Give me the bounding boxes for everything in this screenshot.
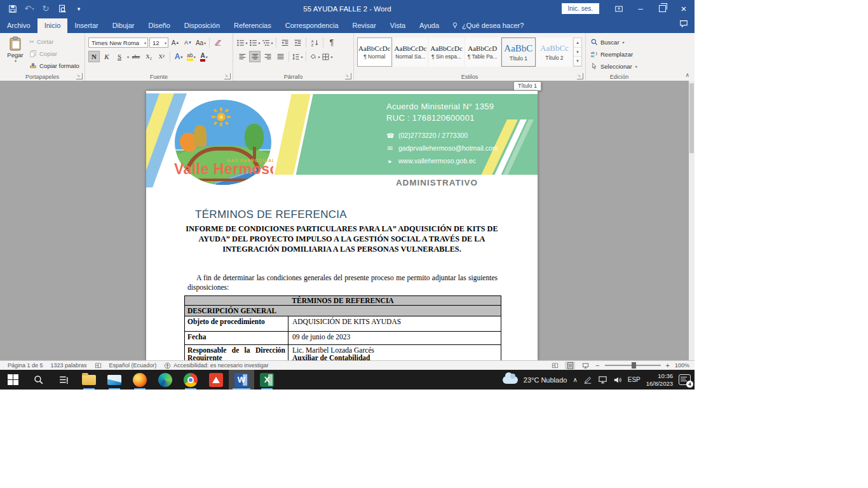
zoom-level[interactable]: 100% [675,362,689,369]
scrollbar-thumb[interactable] [689,83,694,153]
shrink-font-button[interactable]: A▼ [182,37,194,48]
document-page[interactable]: GAD PARROQUIAL Valle Hermoso Acuerdo Min… [146,91,538,360]
keyboard-language[interactable]: ESP [628,376,641,383]
tab-ayuda[interactable]: Ayuda [412,18,446,33]
restore-button[interactable] [651,0,673,17]
web-layout-button[interactable] [580,362,590,369]
highlight-button[interactable]: ab▾ [186,51,197,62]
tab-diseno[interactable]: Diseño [142,18,177,33]
increase-indent-button[interactable] [292,37,303,48]
font-name-combo[interactable]: Times New Roma ▾ [88,37,148,48]
bullets-button[interactable]: ▾ [236,37,248,48]
change-case-button[interactable]: Aa▾ [195,37,207,48]
acrobat-button[interactable] [203,370,229,390]
network-icon[interactable] [598,375,607,384]
zoom-handle[interactable] [632,362,636,369]
numbering-button[interactable]: ▾ [249,37,261,48]
clear-formatting-button[interactable] [212,37,224,48]
weather-text[interactable]: 23°C Nublado [524,376,567,384]
zoom-in-button[interactable]: + [666,362,670,369]
style-normal-sa[interactable]: AaBbCcDc Normal Sa... [393,37,428,67]
language-indicator[interactable]: Español (Ecuador) [109,362,157,369]
tab-disposicion[interactable]: Disposición [177,18,227,33]
gallery-down-icon[interactable]: ▼ [574,48,581,57]
italic-button[interactable]: K [101,51,112,62]
shading-button[interactable]: ▾ [309,51,320,62]
comments-icon[interactable] [679,19,688,30]
redo-icon[interactable]: ↻ [41,4,51,14]
find-button[interactable]: Buscar ▾ [590,36,648,48]
copy-button[interactable]: Copiar [29,48,79,59]
edge-button[interactable] [153,370,178,390]
pen-input-icon[interactable] [583,376,592,384]
align-left-button[interactable] [236,51,248,62]
tab-vista[interactable]: Vista [383,18,412,33]
task-view-button[interactable] [51,370,76,390]
accessibility-status[interactable]: Accesibilidad: es necesario investigar [164,362,269,369]
style-normal[interactable]: AaBbCcDc ¶ Normal [357,37,392,67]
excel-button[interactable]: X [254,370,280,390]
file-explorer-button[interactable] [76,370,102,390]
tab-insertar[interactable]: Insertar [67,18,105,33]
tab-referencias[interactable]: Referencias [227,18,278,33]
taskbar-search-button[interactable] [25,370,51,390]
read-mode-button[interactable] [550,362,560,369]
styles-gallery-scrollbar[interactable]: ▲ ▼ ▼ [573,37,582,67]
weather-cloud-icon[interactable] [503,376,518,384]
print-layout-button[interactable] [565,362,575,369]
firefox-button[interactable] [127,370,153,390]
speaker-icon[interactable] [613,376,622,384]
minimize-button[interactable]: – [630,0,651,17]
dialog-launcher-icon[interactable]: ↘ [76,73,83,79]
page-indicator[interactable]: Página 1 de 5 [8,362,43,369]
chrome-button[interactable] [178,370,203,390]
font-color-button[interactable]: A▾ [198,51,210,62]
grow-font-button[interactable]: A▲ [170,37,181,48]
gallery-more-icon[interactable]: ▼ [574,57,581,66]
gallery-up-icon[interactable]: ▲ [574,38,581,48]
paste-button[interactable]: Pegar ▾ [4,36,27,69]
zoom-slider[interactable] [605,365,661,366]
save-icon[interactable] [8,4,18,14]
format-painter-button[interactable]: Copiar formato [29,60,79,71]
multilevel-list-button[interactable]: ▾ [262,37,273,48]
strikethrough-button[interactable]: abc [130,51,142,62]
tab-correspondencia[interactable]: Correspondencia [278,18,346,33]
start-button[interactable] [0,370,25,390]
customize-qat-icon[interactable]: ▾ [74,4,84,14]
subscript-button[interactable]: X₂ [143,51,154,62]
proofing-icon[interactable] [95,362,102,369]
superscript-button[interactable]: X² [156,51,167,62]
style-titulo-2[interactable]: AaBbCc Título 2 [537,37,572,67]
cut-button[interactable]: ✂ Cortar [29,36,79,47]
sort-button[interactable] [309,37,320,48]
dialog-launcher-icon[interactable]: ↘ [224,73,231,79]
font-size-combo[interactable]: 12 ▾ [149,37,168,48]
notifications-icon[interactable]: 4 [679,374,691,385]
style-titulo-1[interactable]: AaBbC Título 1 [501,37,536,67]
word-count[interactable]: 1323 palabras [51,362,87,369]
line-spacing-button[interactable]: ▾ [292,51,303,62]
tell-me-box[interactable]: ¿Qué desea hacer? [446,18,529,33]
underline-button[interactable]: S [114,51,125,62]
align-right-button[interactable] [262,51,273,62]
tab-inicio[interactable]: Inicio [37,18,68,33]
tab-archivo[interactable]: Archivo [0,18,37,33]
replace-button[interactable]: Reemplazar [590,48,648,60]
print-preview-icon[interactable] [57,4,67,14]
zoom-out-button[interactable]: − [595,362,599,369]
dialog-launcher-icon[interactable]: ↘ [577,73,583,79]
select-button[interactable]: Seleccionar ▾ [590,60,648,72]
close-button[interactable]: × [673,0,695,17]
undo-icon[interactable]: ↶▾ [24,4,34,14]
tab-revisar[interactable]: Revisar [346,18,383,33]
tab-dibujar[interactable]: Dibujar [105,18,142,33]
hidden-icons-chevron[interactable]: ∧ [573,376,577,383]
style-table-pa[interactable]: AaBbCcD ¶ Table Pa... [465,37,500,67]
align-center-button[interactable] [249,51,261,62]
decrease-indent-button[interactable] [279,37,290,48]
clock[interactable]: 10:36 16/8/2023 [646,372,673,388]
vertical-scrollbar[interactable] [689,81,695,360]
ribbon-display-options-icon[interactable] [608,0,630,17]
sign-in-button[interactable]: Inic. ses. [562,3,599,14]
